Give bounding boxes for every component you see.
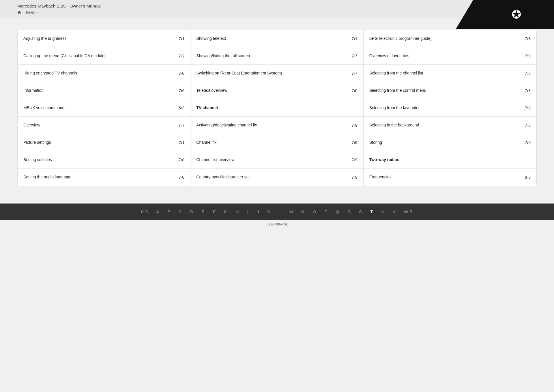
alpha-O[interactable]: O — [309, 208, 321, 215]
section-header-tv-channel: TV channel — [190, 99, 363, 117]
column-1: Adjusting the brightness 7›1 Calling up … — [18, 30, 190, 186]
logo-area: ✪ — [456, 0, 554, 29]
alpha-F[interactable]: F — [209, 208, 220, 215]
list-item[interactable]: Channel list overview 7›9 — [190, 151, 363, 169]
alpha-D[interactable]: D — [186, 208, 198, 215]
list-item[interactable]: Calling up the menu (CI+ capable CA modu… — [18, 47, 190, 65]
list-item[interactable]: Frequencies 8›3 — [364, 169, 536, 186]
list-item[interactable]: Hiding encrypted TV channels 7›0 — [18, 65, 190, 82]
column-2: Showing teletext 7›1 Showing/hiding the … — [190, 30, 363, 186]
alpha-S[interactable]: S — [355, 208, 366, 215]
breadcrumb: › Index › T — [17, 10, 101, 14]
list-item[interactable]: Selecting in the background 7›8 — [364, 117, 536, 134]
list-item[interactable]: Selecting from the favourites 7›8 — [364, 99, 536, 117]
alpha-U[interactable]: U — [377, 208, 389, 215]
document-title: Mercedes-Maybach EQS - Owner's Manual — [17, 3, 101, 8]
alpha-I[interactable]: I — [243, 208, 253, 215]
alpha-WZ[interactable]: W Z — [400, 208, 417, 215]
list-item[interactable]: EPG (electronic programme guide) 7›8 — [364, 30, 536, 47]
alpha-E[interactable]: E — [198, 208, 209, 215]
alpha-09[interactable]: 0 9 — [137, 208, 152, 215]
main-content: Adjusting the brightness 7›1 Calling up … — [0, 18, 554, 198]
list-item[interactable]: Setting subtitles 7›0 — [18, 151, 190, 169]
alpha-V[interactable]: V — [389, 208, 400, 215]
list-item[interactable]: Adjusting the brightness 7›1 — [18, 30, 190, 47]
section-header-two-way-radios: Two-way radios — [364, 151, 536, 169]
list-item[interactable]: Country-specific character set 7›9 — [190, 169, 363, 186]
alpha-P[interactable]: P — [321, 208, 332, 215]
list-item[interactable]: Selecting from the control menu 7›8 — [364, 82, 536, 99]
alpha-L[interactable]: L — [274, 208, 285, 215]
alpha-R[interactable]: R — [343, 208, 355, 215]
alpha-N[interactable]: N — [297, 208, 309, 215]
list-item[interactable]: Selecting from the channel list 7›8 — [364, 65, 536, 82]
alpha-G[interactable]: G — [220, 208, 232, 215]
list-item[interactable]: Information 7›6 — [18, 82, 190, 99]
breadcrumb-sep-2: › — [37, 10, 38, 14]
list-item[interactable]: Showing teletext 7›1 — [190, 30, 363, 47]
alpha-H[interactable]: H — [232, 208, 243, 215]
alpha-J[interactable]: J — [253, 208, 263, 215]
list-item[interactable]: MBUX voice commands 5›3 — [18, 99, 190, 117]
footer-caption: F296 0064 02 — [0, 220, 554, 231]
breadcrumb-index[interactable]: Index — [26, 10, 35, 14]
alpha-A[interactable]: A — [152, 208, 163, 215]
alpha-K[interactable]: K — [263, 208, 274, 215]
alpha-T[interactable]: T — [366, 208, 377, 215]
alpha-B[interactable]: B — [163, 208, 175, 215]
alpha-C[interactable]: C — [175, 208, 186, 215]
index-table: Adjusting the brightness 7›1 Calling up … — [17, 30, 537, 186]
breadcrumb-sep-1: › — [23, 10, 24, 14]
list-item[interactable]: Showing/hiding the full screen 7›7 — [190, 47, 363, 65]
alpha-Q[interactable]: Q — [332, 208, 344, 215]
list-item[interactable]: Picture settings 7›1 — [18, 134, 190, 151]
list-item[interactable]: Storing 7›9 — [364, 134, 536, 151]
home-icon[interactable] — [17, 10, 21, 14]
list-item[interactable]: Channel fix 7›9 — [190, 134, 363, 151]
list-item[interactable]: Activating/deactivating channel fix 7›9 — [190, 117, 363, 134]
list-item[interactable]: Teletext overview 7›0 — [190, 82, 363, 99]
mercedes-logo: ✪ — [512, 8, 521, 21]
list-item[interactable]: Setting the audio language 7›0 — [18, 169, 190, 186]
breadcrumb-current: T — [40, 10, 42, 14]
alphabet-navigation: 0 9 A B C D E F G H I J K L M N O P Q R … — [0, 204, 554, 220]
page-header: Mercedes-Maybach EQS - Owner's Manual › … — [0, 0, 554, 18]
header-left: Mercedes-Maybach EQS - Owner's Manual › … — [17, 3, 101, 14]
alpha-M[interactable]: M — [285, 208, 297, 215]
list-item[interactable]: Switching on (Rear Seat Entertainment Sy… — [190, 65, 363, 82]
list-item[interactable]: Overview 7›7 — [18, 117, 190, 134]
column-3: EPG (electronic programme guide) 7›8 Ove… — [364, 30, 536, 186]
list-item[interactable]: Overview of favourites 7›9 — [364, 47, 536, 65]
